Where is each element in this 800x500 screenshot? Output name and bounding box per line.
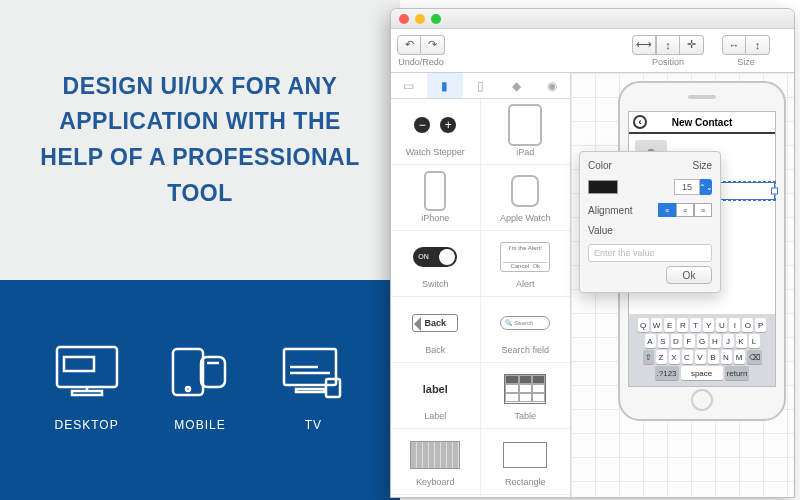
- promo-panel: DESIGN UI/UX FOR ANY APPLICATION WITH TH…: [0, 0, 400, 500]
- alignment-segment: ≡ ≡ ≡: [658, 203, 712, 217]
- palette-item-switch[interactable]: ONSwitch: [391, 231, 481, 297]
- palette-item-label: Search field: [501, 345, 549, 355]
- mock-header: ‹ New Contact: [629, 112, 775, 134]
- palette-item-label: Table: [514, 411, 536, 421]
- titlebar[interactable]: [391, 9, 794, 29]
- palette-item-ipad[interactable]: iPad: [481, 99, 571, 165]
- pos-center-button[interactable]: ✛: [680, 35, 704, 55]
- svg-rect-11: [296, 389, 324, 392]
- palette-item-keyboard[interactable]: Keyboard: [391, 429, 481, 495]
- height-button[interactable]: ↕: [746, 35, 770, 55]
- svg-rect-0: [57, 347, 117, 387]
- promo-item-label: MOBILE: [161, 418, 239, 432]
- svg-rect-2: [72, 391, 102, 395]
- position-group: ⟷ ↕ ✛ Position: [632, 35, 704, 67]
- promo-heading: DESIGN UI/UX FOR ANY APPLICATION WITH TH…: [40, 69, 360, 212]
- zoom-icon[interactable]: [431, 14, 441, 24]
- prop-size-label: Size: [693, 160, 712, 171]
- palette-item-textfield[interactable]: Text...Text filed: [481, 495, 571, 497]
- stepper-arrows-icon[interactable]: ⌃⌄: [700, 179, 712, 195]
- promo-item-mobile: MOBILE: [161, 338, 239, 432]
- palette-item-label: Back: [425, 345, 445, 355]
- palette-item-label[interactable]: labelLabel: [391, 363, 481, 429]
- properties-panel[interactable]: Color Size 15 ⌃⌄ Alignment ≡ ≡ ≡: [579, 151, 721, 293]
- promo-item-desktop: DESKTOP: [48, 338, 126, 432]
- tab-watch[interactable]: ◉: [534, 73, 570, 98]
- tab-android[interactable]: ◆: [498, 73, 534, 98]
- palette-item-iphone[interactable]: iPhone: [391, 165, 481, 231]
- palette-item-label: Watch Stepper: [406, 147, 465, 157]
- palette-item-label: Keyboard: [416, 477, 455, 487]
- home-button-icon[interactable]: [691, 389, 713, 411]
- size-stepper[interactable]: 15 ⌃⌄: [674, 179, 712, 195]
- align-left-button[interactable]: ≡: [658, 203, 676, 217]
- tab-tablet[interactable]: ▯: [463, 73, 499, 98]
- palette-item-table[interactable]: Table: [481, 363, 571, 429]
- align-right-button[interactable]: ≡: [694, 203, 712, 217]
- mobile-icon: [161, 338, 239, 406]
- tab-phone[interactable]: ▮: [427, 73, 463, 98]
- palette-item-rectangle[interactable]: Rectangle: [481, 429, 571, 495]
- align-center-button[interactable]: ≡: [676, 203, 694, 217]
- palette-item-apple-watch[interactable]: Apple Watch: [481, 165, 571, 231]
- design-canvas[interactable]: ‹ New Contact John Doe Text field QWERTY…: [571, 73, 794, 497]
- mock-keyboard: QWERTYUIOP ASDFGHJKL ⇧ZXCVBNM⌫ .?123spac…: [629, 314, 775, 386]
- prop-value-label: Value: [588, 225, 613, 236]
- svg-rect-5: [201, 357, 225, 387]
- palette-item-multilabel[interactable]: label 1,label 2,label 3Multilabel: [391, 495, 481, 497]
- palette-item-label: Alert: [516, 279, 535, 289]
- palette-item-alert[interactable]: I'm the Alert!Cancel OkAlert: [481, 231, 571, 297]
- prop-color-label: Color: [588, 160, 612, 171]
- minimize-icon[interactable]: [415, 14, 425, 24]
- tab-desktop[interactable]: ▭: [391, 73, 427, 98]
- pos-x-button[interactable]: ⟷: [632, 35, 656, 55]
- palette-item-search[interactable]: 🔍SearchSearch field: [481, 297, 571, 363]
- size-value[interactable]: 15: [674, 179, 700, 195]
- back-icon[interactable]: ‹: [633, 115, 647, 129]
- size-group: ↔ ↕ Size: [722, 35, 770, 67]
- promo-item-label: TV: [274, 418, 352, 432]
- platform-tabs: ▭ ▮ ▯ ◆ ◉: [391, 73, 570, 99]
- size-label: Size: [737, 57, 755, 67]
- palette-grid: −+Watch Stepper iPad iPhone Apple Watch …: [391, 99, 570, 497]
- tv-icon: [274, 338, 352, 406]
- pos-y-button[interactable]: ↕: [656, 35, 680, 55]
- phone-speaker-icon: [688, 95, 716, 99]
- position-label: Position: [652, 57, 684, 67]
- app-window: ↶ ↷ Undo/Redo ⟷ ↕ ✛ Position ↔ ↕ Size: [390, 8, 795, 498]
- prop-alignment-label: Alignment: [588, 205, 632, 216]
- window-controls: [399, 14, 441, 24]
- undo-redo-label: Undo/Redo: [398, 57, 444, 67]
- palette-item-label: Label: [424, 411, 446, 421]
- promo-item-tv: TV: [274, 338, 352, 432]
- svg-rect-12: [326, 379, 340, 397]
- svg-rect-1: [64, 357, 94, 371]
- palette-item-label: Switch: [422, 279, 449, 289]
- promo-item-label: DESKTOP: [48, 418, 126, 432]
- promo-bottom: DESKTOP MOBILE TV: [0, 280, 400, 500]
- palette-item-label: Rectangle: [505, 477, 546, 487]
- palette-item-back[interactable]: BackBack: [391, 297, 481, 363]
- svg-point-6: [186, 387, 190, 391]
- palette-item-watch-stepper[interactable]: −+Watch Stepper: [391, 99, 481, 165]
- ok-button[interactable]: Ok: [666, 266, 712, 284]
- redo-button[interactable]: ↷: [421, 35, 445, 55]
- close-icon[interactable]: [399, 14, 409, 24]
- palette-item-label: Apple Watch: [500, 213, 551, 223]
- palette-item-label: iPhone: [421, 213, 449, 223]
- promo-top: DESIGN UI/UX FOR ANY APPLICATION WITH TH…: [0, 0, 400, 280]
- palette-item-label: iPad: [516, 147, 534, 157]
- color-swatch[interactable]: [588, 180, 618, 194]
- undo-redo-group: ↶ ↷ Undo/Redo: [397, 35, 445, 67]
- mock-title: New Contact: [672, 117, 733, 128]
- component-palette: ▭ ▮ ▯ ◆ ◉ −+Watch Stepper iPad iPhone Ap…: [391, 73, 571, 497]
- desktop-icon: [48, 338, 126, 406]
- value-input[interactable]: Enter the value: [588, 244, 712, 262]
- width-button[interactable]: ↔: [722, 35, 746, 55]
- toolbar: ↶ ↷ Undo/Redo ⟷ ↕ ✛ Position ↔ ↕ Size: [391, 29, 794, 73]
- undo-button[interactable]: ↶: [397, 35, 421, 55]
